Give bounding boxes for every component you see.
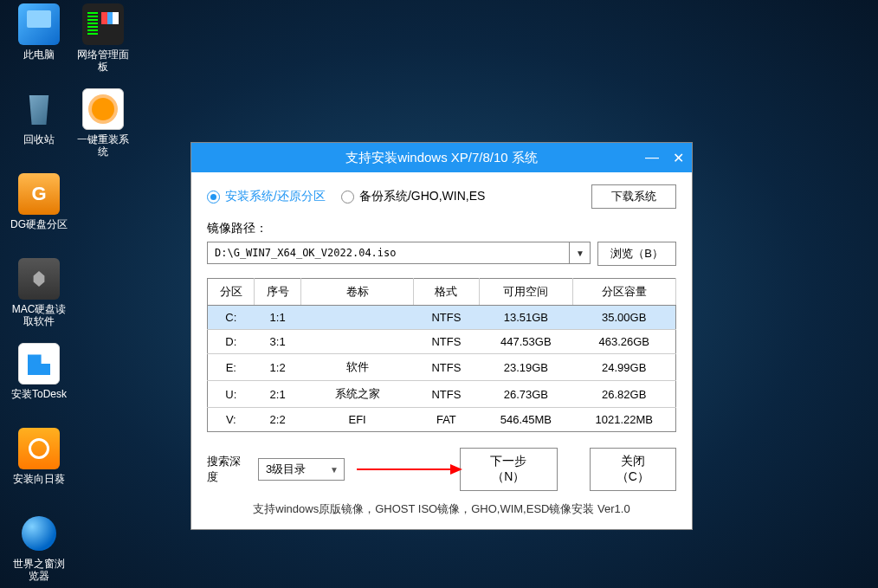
close-dialog-button[interactable]: 关闭（C） (590, 448, 676, 491)
table-cell: V: (208, 408, 255, 432)
network-panel-icon (82, 3, 124, 45)
th-partition: 分区 (208, 279, 255, 306)
desktop-icon-label: 一键重装系统 (73, 133, 133, 158)
desktop-icon-label: MAC硬盘读取软件 (9, 303, 69, 327)
desktop-icon-label: 安装向日葵 (9, 473, 69, 485)
annotation-arrow (353, 468, 451, 471)
desktop-icon-label: 世界之窗浏览器 (9, 558, 69, 582)
image-path-combo[interactable]: D:\G_WIN7_X64_OK_V2022.04.iso ▼ (207, 242, 591, 264)
table-cell (301, 330, 414, 354)
th-capacity: 分区容量 (572, 279, 675, 306)
table-cell: 2:1 (255, 381, 301, 408)
desktop-icon-recycle-bin[interactable]: 回收站 (9, 88, 69, 145)
table-cell: 26.73GB (479, 381, 572, 408)
table-row[interactable]: C:1:1NTFS13.51GB35.00GB (208, 306, 676, 330)
desktop-icon-reinstall[interactable]: 一键重装系统 (73, 88, 133, 158)
desktop-icon-sunflower[interactable]: 安装向日葵 (9, 428, 69, 485)
table-cell: NTFS (414, 354, 480, 381)
search-depth-value: 3级目录 (259, 462, 325, 477)
todesk-icon (18, 343, 60, 384)
radio-install-restore[interactable]: 安装系统/还原分区 (207, 189, 326, 204)
desktop-icon-network-panel[interactable]: 网络管理面板 (73, 3, 133, 73)
desktop-icon-label: DG硬盘分区 (9, 218, 69, 230)
apple-icon (18, 258, 60, 300)
table-cell: 546.45MB (479, 408, 572, 432)
installer-dialog: 支持安装windows XP/7/8/10 系统 — ✕ 安装系统/还原分区 备… (190, 142, 693, 530)
table-cell: 23.19GB (479, 354, 572, 381)
table-row[interactable]: V:2:2EFIFAT546.45MB1021.22MB (208, 408, 676, 432)
table-cell: 447.53GB (479, 330, 572, 354)
table-cell: 2:2 (255, 408, 301, 432)
search-depth-select[interactable]: 3级目录 ▼ (258, 458, 345, 481)
table-cell: 软件 (301, 354, 414, 381)
radio-backup[interactable]: 备份系统/GHO,WIN,ES (341, 189, 485, 204)
globe-icon (18, 513, 60, 554)
desktop-icon-todesk[interactable]: 安装ToDesk (9, 343, 69, 400)
desktop-icon-label: 回收站 (9, 133, 69, 145)
table-cell: C: (208, 306, 255, 330)
table-cell: EFI (301, 408, 414, 432)
table-row[interactable]: E:1:2软件NTFS23.19GB24.99GB (208, 354, 676, 381)
table-cell: U: (208, 381, 255, 408)
table-cell: 系统之家 (301, 381, 414, 408)
monitor-icon (18, 3, 60, 45)
th-volume: 卷标 (301, 279, 414, 306)
radio-label: 安装系统/还原分区 (225, 189, 326, 204)
table-cell: 24.99GB (572, 354, 675, 381)
arrow-icon (353, 459, 466, 480)
table-cell: 35.00GB (572, 306, 675, 330)
radio-icon (207, 191, 220, 204)
close-button[interactable]: ✕ (671, 150, 685, 166)
table-cell: FAT (414, 408, 480, 432)
desktop-icon-this-pc[interactable]: 此电脑 (9, 3, 69, 61)
window-title: 支持安装windows XP/7/8/10 系统 (345, 150, 538, 166)
gear-icon (82, 88, 124, 130)
chevron-down-icon[interactable]: ▼ (325, 459, 344, 480)
table-cell: E: (208, 354, 255, 381)
next-button[interactable]: 下一步（N） (460, 448, 558, 491)
desktop-icon-label: 安装ToDesk (9, 388, 69, 400)
svg-marker-1 (450, 464, 462, 475)
image-path-value: D:\G_WIN7_X64_OK_V2022.04.iso (208, 247, 569, 259)
image-path-label: 镜像路径： (207, 221, 676, 236)
desktop-icon-mac-disk[interactable]: MAC硬盘读取软件 (9, 258, 69, 327)
table-cell (301, 306, 414, 330)
browse-button[interactable]: 浏览（B） (597, 242, 676, 266)
table-cell: 1021.22MB (572, 408, 675, 432)
partition-table: 分区 序号 卷标 格式 可用空间 分区容量 C:1:1NTFS13.51GB35… (207, 278, 676, 432)
table-cell: NTFS (414, 330, 480, 354)
th-format: 格式 (414, 279, 480, 306)
table-cell: 1:2 (255, 354, 301, 381)
table-row[interactable]: U:2:1系统之家NTFS26.73GB26.82GB (208, 381, 676, 408)
table-cell: NTFS (414, 306, 480, 330)
trash-icon (18, 88, 60, 130)
chevron-down-icon[interactable]: ▼ (569, 242, 590, 263)
sunflower-icon (18, 428, 60, 469)
table-cell: 463.26GB (572, 330, 675, 354)
desktop-icon-dg-partition[interactable]: G DG硬盘分区 (9, 173, 69, 230)
desktop-icon-label: 此电脑 (9, 48, 69, 61)
th-seq: 序号 (255, 279, 301, 306)
minimize-button[interactable]: — (645, 150, 659, 165)
table-cell: NTFS (414, 381, 480, 408)
table-row[interactable]: D:3:1NTFS447.53GB463.26GB (208, 330, 676, 354)
table-cell: 26.82GB (572, 381, 675, 408)
radio-icon (341, 191, 354, 204)
dg-icon: G (18, 173, 60, 215)
radio-label: 备份系统/GHO,WIN,ES (359, 189, 485, 204)
th-free: 可用空间 (479, 279, 572, 306)
table-cell: 1:1 (255, 306, 301, 330)
search-depth-label: 搜索深度 (207, 454, 249, 485)
table-cell: 13.51GB (479, 306, 572, 330)
desktop-icon-label: 网络管理面板 (73, 48, 133, 73)
table-cell: D: (208, 330, 255, 354)
desktop-icon-theworld-browser[interactable]: 世界之窗浏览器 (9, 513, 69, 582)
download-system-button[interactable]: 下载系统 (591, 184, 676, 209)
footer-text: 支持windows原版镜像，GHOST ISO镜像，GHO,WIM,ESD镜像安… (207, 501, 676, 522)
titlebar[interactable]: 支持安装windows XP/7/8/10 系统 — ✕ (191, 143, 692, 172)
table-cell: 3:1 (255, 330, 301, 354)
